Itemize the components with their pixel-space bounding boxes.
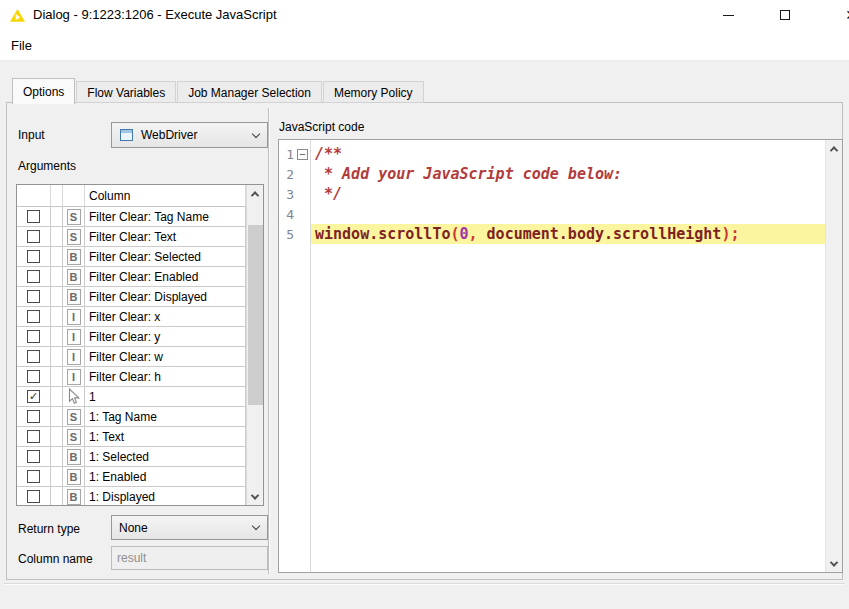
tab-flow-variables[interactable]: Flow Variables — [76, 81, 176, 103]
row-select-cell[interactable] — [17, 247, 51, 267]
panel-divider — [268, 108, 270, 574]
row-select-cell[interactable] — [17, 207, 51, 227]
row-select-cell[interactable] — [17, 267, 51, 287]
row-column-name[interactable]: Filter Clear: Selected — [85, 247, 246, 267]
row-select-cell[interactable] — [17, 467, 51, 487]
checkbox-icon[interactable] — [27, 270, 40, 283]
tab-bar: OptionsFlow VariablesJob Manager Selecti… — [12, 79, 425, 103]
editor-scrollbar[interactable] — [825, 140, 842, 572]
row-column-name[interactable]: 1: Displayed — [85, 487, 246, 506]
row-column-name[interactable]: Filter Clear: x — [85, 307, 246, 327]
table-scrollbar[interactable] — [246, 185, 263, 505]
row-column-name[interactable]: Filter Clear: h — [85, 367, 246, 387]
tab-job-manager-selection[interactable]: Job Manager Selection — [177, 81, 322, 103]
row-column-name[interactable]: Filter Clear: w — [85, 347, 246, 367]
table-row: S1: Tag Name — [17, 407, 246, 427]
row-select-cell[interactable] — [17, 287, 51, 307]
code-line[interactable] — [311, 204, 825, 224]
type-icon: I — [67, 349, 81, 365]
scroll-up-icon[interactable] — [826, 140, 842, 157]
checkbox-icon[interactable] — [27, 470, 40, 483]
row-type-cell: S — [63, 227, 85, 247]
return-type-select[interactable]: None — [111, 515, 268, 540]
column-header[interactable]: Column — [85, 185, 246, 207]
scroll-up-icon[interactable] — [247, 185, 263, 202]
tab-memory-policy[interactable]: Memory Policy — [323, 81, 424, 103]
row-type-cell: I — [63, 307, 85, 327]
row-column-name[interactable]: 1: Enabled — [85, 467, 246, 487]
column-name-field[interactable] — [111, 546, 268, 570]
checkbox-icon[interactable] — [27, 350, 40, 363]
code-line[interactable]: window.scrollTo(0, document.body.scrollH… — [311, 224, 825, 244]
maximize-button[interactable] — [762, 0, 808, 30]
row-column-name[interactable]: 1: Tag Name — [85, 407, 246, 427]
checkbox-icon[interactable] — [27, 430, 40, 443]
row-select-cell[interactable] — [17, 447, 51, 467]
code-line[interactable]: * Add your JavaScript code below: — [311, 164, 825, 184]
checkbox-icon[interactable] — [27, 210, 40, 223]
row-column-name[interactable]: Filter Clear: Text — [85, 227, 246, 247]
checkbox-icon[interactable] — [27, 310, 40, 323]
gutter-line: 1− — [279, 144, 310, 164]
table-row: BFilter Clear: Enabled — [17, 267, 246, 287]
table-row: B1: Enabled — [17, 467, 246, 487]
tab-options[interactable]: Options — [12, 78, 75, 104]
row-column-name[interactable]: Filter Clear: Tag Name — [85, 207, 246, 227]
checkbox-icon[interactable] — [27, 250, 40, 263]
checkbox-icon[interactable] — [27, 370, 40, 383]
row-column-name[interactable]: Filter Clear: Enabled — [85, 267, 246, 287]
checkbox-icon[interactable] — [27, 490, 40, 503]
row-spacer-cell — [51, 207, 63, 227]
checkbox-icon[interactable] — [27, 330, 40, 343]
code-lines[interactable]: /** * Add your JavaScript code below: */… — [311, 140, 825, 572]
type-icon: B — [67, 489, 81, 505]
table-row: IFilter Clear: x — [17, 307, 246, 327]
checkbox-icon[interactable] — [27, 450, 40, 463]
gutter-line: 3 — [279, 184, 310, 204]
row-select-cell[interactable]: ✓ — [17, 387, 51, 407]
return-type-selected-value: None — [119, 521, 148, 535]
code-editor[interactable]: 1−2345 /** * Add your JavaScript code be… — [278, 139, 843, 573]
code-line[interactable]: /** — [311, 144, 825, 164]
row-select-cell[interactable] — [17, 327, 51, 347]
line-number: 1 — [279, 147, 294, 162]
scroll-down-icon[interactable] — [826, 555, 842, 572]
minimize-button[interactable] — [705, 0, 751, 30]
table-header-row: Column — [17, 185, 246, 207]
close-button[interactable]: ✕ — [828, 0, 849, 30]
menu-file[interactable]: File — [9, 38, 34, 53]
row-spacer-cell — [51, 427, 63, 447]
input-select[interactable]: WebDriver — [111, 122, 268, 148]
row-type-cell: S — [63, 207, 85, 227]
scroll-down-icon[interactable] — [247, 488, 263, 505]
row-select-cell[interactable] — [17, 347, 51, 367]
code-line[interactable]: */ — [311, 184, 825, 204]
table-scrollbar-thumb[interactable] — [248, 225, 263, 405]
header-select-cell — [17, 185, 51, 207]
checkbox-icon[interactable] — [27, 290, 40, 303]
checkbox-icon[interactable] — [27, 230, 40, 243]
editor-gutter: 1−2345 — [279, 140, 311, 572]
row-spacer-cell — [51, 307, 63, 327]
row-spacer-cell — [51, 347, 63, 367]
row-select-cell[interactable] — [17, 367, 51, 387]
type-icon: B — [67, 269, 81, 285]
checkbox-checked-icon[interactable]: ✓ — [27, 390, 40, 403]
row-select-cell[interactable] — [17, 407, 51, 427]
row-column-name[interactable]: 1 — [85, 387, 246, 407]
row-select-cell[interactable] — [17, 227, 51, 247]
row-type-cell: S — [63, 407, 85, 427]
row-select-cell[interactable] — [17, 487, 51, 506]
row-column-name[interactable]: 1: Selected — [85, 447, 246, 467]
row-select-cell[interactable] — [17, 307, 51, 327]
row-column-name[interactable]: 1: Text — [85, 427, 246, 447]
checkbox-icon[interactable] — [27, 410, 40, 423]
fold-icon[interactable]: − — [297, 149, 308, 160]
column-name-label: Column name — [18, 552, 93, 566]
row-select-cell[interactable] — [17, 427, 51, 447]
row-spacer-cell — [51, 467, 63, 487]
dialog-bottom-divider — [4, 583, 845, 585]
row-column-name[interactable]: Filter Clear: y — [85, 327, 246, 347]
table-row: ✓1 — [17, 387, 246, 407]
row-column-name[interactable]: Filter Clear: Displayed — [85, 287, 246, 307]
